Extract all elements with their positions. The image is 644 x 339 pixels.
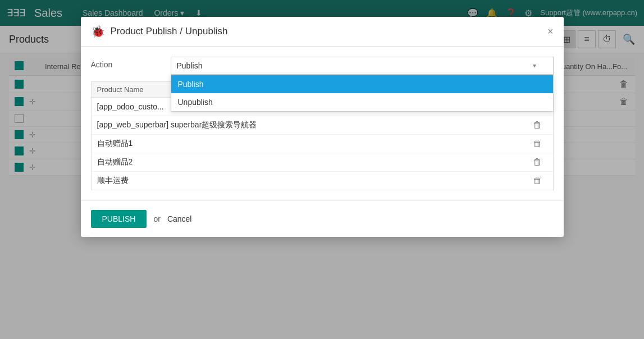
modal-body: Action Publish ▾ Publish Unpublish Pro	[81, 47, 564, 190]
modal-title: Product Publish / Unpublish	[111, 26, 542, 37]
delete-icon-4[interactable]: 🗑	[527, 157, 547, 167]
select-arrow-icon: ▾	[533, 62, 536, 70]
cancel-button[interactable]: Cancel	[167, 214, 192, 223]
modal-footer: PUBLISH or Cancel	[81, 200, 564, 237]
modal-table-row: 自动赠品2 🗑	[92, 153, 553, 172]
action-dropdown: Publish Unpublish	[171, 75, 554, 112]
dropdown-item-publish[interactable]: Publish	[171, 75, 553, 93]
dropdown-item-unpublish[interactable]: Unpublish	[171, 93, 553, 111]
action-label: Action	[91, 57, 164, 69]
or-label: or	[153, 214, 160, 223]
product-name-2: [app_web_superbar] superbar超级搜索导航器	[97, 120, 527, 130]
modal-table-row: 顺丰运费 🗑	[92, 172, 553, 190]
modal-header: 🐞 Product Publish / Unpublish ×	[81, 17, 564, 47]
action-row: Action Publish ▾ Publish Unpublish	[91, 57, 554, 75]
modal-table-row: 自动赠品1 🗑	[92, 135, 553, 153]
delete-icon-3[interactable]: 🗑	[527, 139, 547, 149]
modal-close-button[interactable]: ×	[547, 26, 554, 36]
selected-value: Publish	[177, 61, 203, 70]
publish-button[interactable]: PUBLISH	[91, 210, 147, 228]
action-select[interactable]: Publish ▾	[171, 57, 554, 75]
modal-table-row: [app_web_superbar] superbar超级搜索导航器 🗑	[92, 116, 553, 135]
product-name-4: 自动赠品2	[97, 157, 527, 167]
delete-icon-5[interactable]: 🗑	[527, 176, 547, 186]
modal-overlay: 🐞 Product Publish / Unpublish × Action P…	[0, 0, 644, 339]
bug-icon: 🐞	[91, 25, 105, 38]
product-name-3: 自动赠品1	[97, 139, 527, 149]
delete-icon-2[interactable]: 🗑	[527, 120, 547, 130]
publish-modal: 🐞 Product Publish / Unpublish × Action P…	[81, 17, 564, 237]
action-select-wrapper: Publish ▾ Publish Unpublish	[171, 57, 554, 75]
product-name-5: 顺丰运费	[97, 176, 527, 186]
